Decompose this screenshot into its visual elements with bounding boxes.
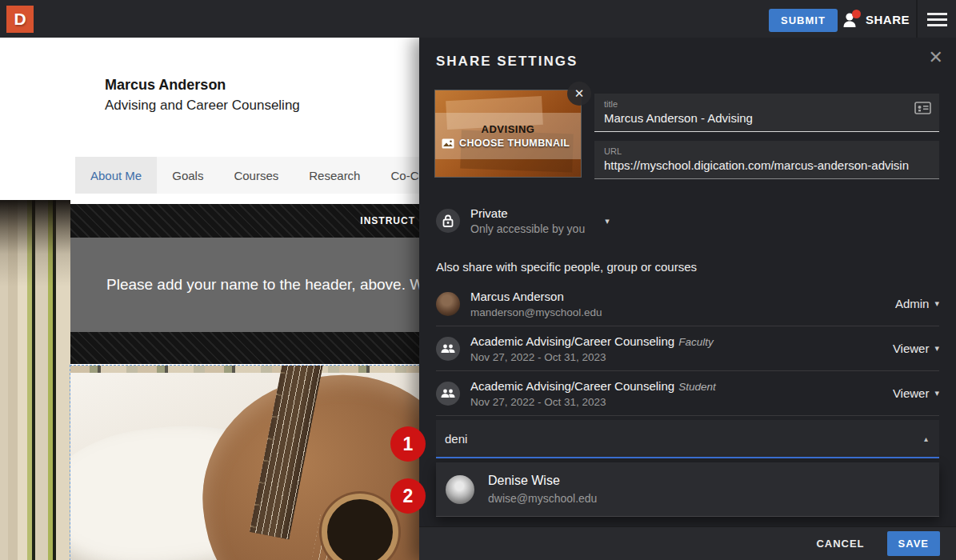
annotation-badge-1: 1 [390, 426, 426, 462]
share-button[interactable]: SHARE [842, 7, 910, 31]
notification-dot [852, 10, 861, 18]
group-icon [436, 382, 460, 406]
annotation-badge-2: 2 [390, 478, 426, 514]
chevron-down-icon[interactable]: ▾ [605, 216, 610, 226]
role-dropdown-viewer-student[interactable]: Viewer ▾ [885, 386, 939, 400]
lock-icon [436, 209, 460, 233]
search-result-denise-wise[interactable]: Denise Wise dwise@myschool.edu [436, 462, 939, 516]
choose-thumbnail-label: CHOOSE THUMBNAIL [459, 138, 570, 149]
app-window: Marcus Anderson Advising and Career Coun… [0, 0, 956, 560]
role-dropdown-admin[interactable]: Admin ▾ [887, 297, 939, 310]
cancel-button[interactable]: CANCEL [816, 538, 864, 550]
url-field-label: URL [604, 146, 930, 156]
image-icon [442, 138, 454, 149]
chevron-down-icon: ▾ [934, 343, 939, 354]
member-qualifier: Student [678, 381, 716, 393]
page-subtitle: Advising and Career Counseling [105, 98, 300, 114]
avatar [436, 292, 460, 316]
member-row-faculty-group: Academic Advising/Career CounselingFacul… [436, 326, 939, 371]
group-icon [436, 337, 460, 361]
submit-button[interactable]: SUBMIT [769, 9, 838, 32]
guitar-image-module[interactable] [70, 366, 419, 560]
member-qualifier: Faculty [678, 336, 714, 348]
privacy-level: Private [470, 206, 585, 220]
member-name: Marcus Anderson [470, 290, 887, 303]
panel-footer: CANCEL SAVE [419, 526, 956, 560]
digication-logo[interactable]: D [6, 6, 34, 33]
remove-thumbnail-icon[interactable]: ✕ [567, 82, 591, 106]
share-label: SHARE [866, 13, 910, 26]
member-name: Academic Advising/Career CounselingStude… [470, 379, 885, 393]
instructions-banner-header: INSTRUCT [70, 204, 419, 238]
search-results-dropdown: Denise Wise dwise@myschool.edu [436, 462, 939, 517]
result-email: dwise@myschool.edu [488, 492, 597, 505]
hamburger-menu-icon[interactable] [927, 13, 947, 30]
instructions-message: Please add your name to the header, abov… [70, 276, 419, 294]
member-row-student-group: Academic Advising/Career CounselingStude… [436, 371, 939, 416]
save-button[interactable]: SAVE [887, 531, 940, 556]
title-field-value[interactable]: Marcus Anderson - Advising [604, 111, 930, 125]
shelf-strip-decoration [70, 366, 419, 373]
topbar-divider [916, 0, 918, 38]
chevron-up-icon[interactable]: ▴ [924, 434, 939, 443]
thumbnail-image-text: ADVISING [435, 123, 581, 135]
page-title: Marcus Anderson [105, 77, 226, 94]
instructions-banner-footer [70, 332, 419, 364]
search-input-value[interactable]: deni [436, 432, 924, 446]
close-icon[interactable]: ✕ [929, 49, 943, 66]
instructions-label: INSTRUCT [360, 215, 415, 226]
tab-courses[interactable]: Courses [218, 157, 294, 194]
tab-research[interactable]: Research [294, 157, 375, 194]
tab-about-me[interactable]: About Me [75, 157, 157, 194]
avatar [446, 475, 474, 504]
result-name: Denise Wise [488, 474, 597, 488]
privacy-selector[interactable]: Private Only accessible by you ▾ [436, 206, 610, 235]
instructions-message-box: Please add your name to the header, abov… [70, 238, 419, 332]
title-field-label: title [604, 99, 930, 109]
url-field[interactable]: URL https://myschool.digication.com/marc… [594, 141, 939, 179]
instructions-banner: INSTRUCT Please add your name to the hea… [70, 204, 419, 364]
member-row-marcus: Marcus Anderson manderson@myschool.edu A… [436, 282, 939, 326]
share-person-icon [842, 10, 860, 29]
top-navigation-bar: D SUBMIT SHARE [0, 0, 956, 38]
member-dates: Nov 27, 2022 - Oct 31, 2023 [470, 396, 885, 408]
member-name: Academic Advising/Career CounselingFacul… [470, 334, 885, 348]
contact-card-icon[interactable] [914, 102, 931, 118]
books-background-image [0, 200, 70, 560]
member-email: manderson@myschool.edu [470, 306, 887, 318]
choose-thumbnail-button[interactable]: ADVISING CHOOSE THUMBNAIL ✕ [434, 90, 582, 178]
share-section-label: Also share with specific people, group o… [436, 260, 697, 274]
title-field[interactable]: title Marcus Anderson - Advising [594, 94, 939, 132]
role-dropdown-viewer-faculty[interactable]: Viewer ▾ [885, 342, 939, 355]
share-settings-panel: SHARE SETTINGS ✕ ADVISING CHOOSE THUMBNA… [419, 38, 956, 560]
privacy-description: Only accessible by you [470, 222, 585, 235]
panel-title: SHARE SETTINGS [436, 54, 578, 70]
chevron-down-icon: ▾ [934, 388, 939, 398]
thumbnail-overlay-band: ADVISING CHOOSE THUMBNAIL [435, 113, 581, 159]
add-people-search-input[interactable]: deni ▴ [436, 420, 939, 458]
chevron-down-icon: ▾ [934, 298, 939, 309]
url-field-value[interactable]: https://myschool.digication.com/marcus-a… [604, 158, 930, 172]
tab-goals[interactable]: Goals [157, 157, 218, 194]
member-dates: Nov 27, 2022 - Oct 31, 2023 [470, 351, 885, 363]
